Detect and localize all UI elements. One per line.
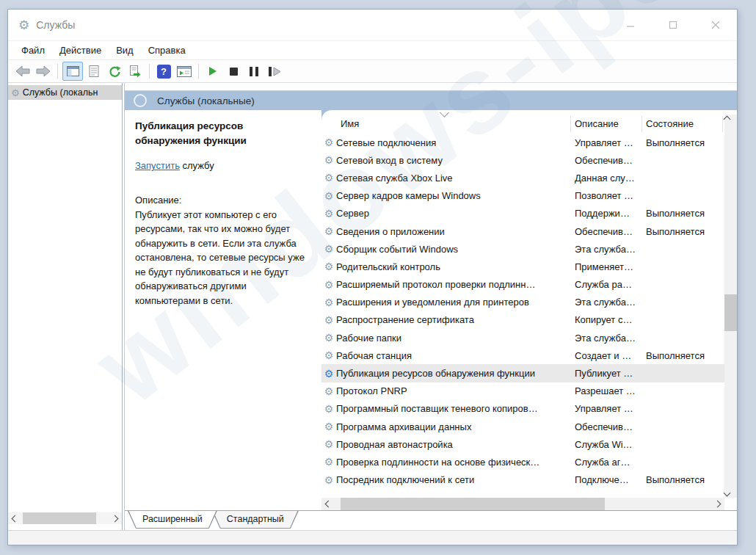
tree-item-services-local[interactable]: ⚙ Службы (локальн <box>8 85 122 100</box>
service-gear-icon: ⚙ <box>321 297 336 308</box>
table-row[interactable]: ⚙ Сервер кадров камеры Windows Позволяет… <box>321 187 724 205</box>
scrollbar-thumb[interactable] <box>23 512 96 524</box>
start-service-button[interactable] <box>203 62 222 80</box>
table-row[interactable]: ⚙ Расширяемый протокол проверки подлинн…… <box>321 276 724 294</box>
service-gear-icon: ⚙ <box>321 225 336 237</box>
start-service-link[interactable]: Запустить <box>135 160 180 171</box>
collapse-header-button[interactable] <box>433 110 455 117</box>
help-icon: ? <box>157 65 171 79</box>
service-rows: ⚙ Сетевые подключения Управляет … Выполн… <box>321 134 724 493</box>
service-gear-icon: ⚙ <box>321 403 336 415</box>
table-row[interactable]: ⚙ Рабочие папки Эта служба… <box>321 329 724 347</box>
table-row[interactable]: ⚙ Посредник подключений к сети Подключе…… <box>321 471 724 489</box>
toolbar-separator <box>198 64 199 79</box>
table-row[interactable]: ⚙ Расширения и уведомления для принтеров… <box>321 294 724 311</box>
column-header-name[interactable]: Имя <box>321 116 571 132</box>
restart-icon <box>269 67 281 76</box>
services-list-panel: Имя Описание Состояние ⚙ Сетевые подключ… <box>321 110 737 510</box>
scrollbar-thumb[interactable] <box>341 498 605 510</box>
stop-icon <box>230 68 238 76</box>
back-arrow-icon <box>15 65 30 77</box>
stop-service-button[interactable] <box>224 62 243 80</box>
titlebar[interactable]: ⚙ Службы <box>8 10 737 41</box>
table-row[interactable]: ⚙ Программа архивации данных Обеспечив… <box>321 418 724 435</box>
table-row[interactable]: ⚙ Распространение сертификата Копирует с… <box>321 311 724 329</box>
table-row[interactable]: ⚙ Сборщик событий Windows Эта служба… <box>321 240 724 258</box>
column-header-description[interactable]: Описание <box>571 116 642 132</box>
table-row[interactable]: ⚙ Родительский контроль Применяет… <box>321 258 724 275</box>
window-title: Службы <box>36 19 75 31</box>
vertical-scrollbar[interactable] <box>724 115 737 498</box>
main-area: ⚙ Службы (локальн Службы (локальные) <box>8 83 737 530</box>
service-gear-icon: ⚙ <box>321 261 336 272</box>
table-row[interactable]: ⚙ Сетевые подключения Управляет … Выполн… <box>321 134 724 151</box>
table-row[interactable]: ⚙ Сведения о приложении Обеспечив… Выпол… <box>321 222 724 240</box>
snapin-header: Службы (локальные) <box>125 90 737 110</box>
table-row[interactable]: ⚙ Публикация ресурсов обнаружения функци… <box>321 364 724 382</box>
maximize-button[interactable] <box>652 10 694 40</box>
scroll-left-arrow[interactable] <box>321 498 333 510</box>
maximize-icon <box>669 21 677 29</box>
start-icon <box>208 66 217 76</box>
console-tree-panel: ⚙ Службы (локальн <box>8 83 123 530</box>
console-tree-icon <box>67 66 79 76</box>
table-row[interactable]: ⚙ Сетевой вход в систему Обеспечив… <box>321 151 724 169</box>
forward-button[interactable] <box>34 62 53 80</box>
scroll-right-arrow[interactable] <box>110 512 122 524</box>
start-service-line: Запустить службу <box>135 160 310 171</box>
export-list-button[interactable] <box>126 62 145 80</box>
service-gear-icon: ⚙ <box>321 208 336 220</box>
table-row[interactable]: ⚙ Проводная автонастройка Служба Wi… <box>321 435 724 453</box>
table-row[interactable]: ⚙ Программный поставщик теневого копиров… <box>321 400 724 418</box>
table-row[interactable]: ⚙ Сервер Поддержи… Выполняется <box>321 205 724 222</box>
menu-item-view[interactable]: Вид <box>109 41 141 59</box>
table-row[interactable]: ⚙ Рабочая станция Создает и … Выполняетс… <box>321 347 724 364</box>
pause-icon <box>250 67 258 76</box>
service-gear-icon: ⚙ <box>321 385 336 397</box>
forward-arrow-icon <box>36 65 51 77</box>
service-gear-icon: ⚙ <box>321 279 336 291</box>
service-gear-icon: ⚙ <box>321 421 336 432</box>
description-body: Публикует этот компьютер с его ресурсами… <box>135 208 311 308</box>
table-row[interactable]: ⚙ Проверка подлинности на основе физичес… <box>321 453 724 471</box>
tab-extended[interactable]: Расширенный <box>128 511 217 529</box>
menubar: Файл Действие Вид Справка <box>8 41 737 60</box>
table-row[interactable]: ⚙ Помощник по подключению к сети Вывод у… <box>321 489 724 493</box>
restart-service-button[interactable] <box>265 62 284 80</box>
scroll-left-arrow[interactable] <box>8 512 20 524</box>
service-description: Описание: Публикует этот компьютер с его… <box>135 193 311 308</box>
close-button[interactable] <box>694 10 737 40</box>
service-gear-icon: ⚙ <box>321 172 336 184</box>
service-gear-icon: ⚙ <box>321 137 336 148</box>
scrollbar-thumb[interactable] <box>724 294 737 331</box>
menu-item-file[interactable]: Файл <box>14 41 52 59</box>
refresh-icon <box>109 65 121 78</box>
scroll-right-arrow[interactable] <box>713 498 724 510</box>
show-action-pane-button[interactable] <box>175 62 194 80</box>
tree-horizontal-scrollbar[interactable] <box>8 512 122 524</box>
service-gear-icon: ⚙ <box>321 332 336 344</box>
minimize-button[interactable] <box>609 10 652 40</box>
table-row[interactable]: ⚙ Протокол PNRP Разрешает … <box>321 382 724 400</box>
show-console-tree-button[interactable] <box>62 62 83 81</box>
tab-standard[interactable]: Стандартный <box>212 511 299 529</box>
column-header-status[interactable]: Состояние <box>642 116 723 132</box>
extended-description-pane: Публикация ресурсов обнаружения функции … <box>125 110 321 510</box>
scroll-down-arrow[interactable] <box>724 486 736 498</box>
help-button[interactable]: ? <box>154 62 173 80</box>
minimize-icon <box>626 21 635 29</box>
toolbar-separator <box>57 64 58 79</box>
pause-service-button[interactable] <box>244 62 263 80</box>
service-gear-icon: ⚙ <box>321 474 336 486</box>
services-window: ⚙ Службы Файл Действие Вид Справка <box>7 9 738 545</box>
menu-item-help[interactable]: Справка <box>141 41 193 59</box>
refresh-button[interactable] <box>105 62 124 80</box>
menu-item-action[interactable]: Действие <box>52 41 109 59</box>
scroll-up-arrow[interactable] <box>724 115 736 126</box>
list-header: Имя Описание Состояние <box>321 115 724 134</box>
table-row[interactable]: ⚙ Сетевая служба Xbox Live Данная слу… <box>321 169 724 186</box>
view-tabstrip: Расширенный Стандартный <box>125 510 737 530</box>
properties-button[interactable] <box>84 62 103 80</box>
back-button[interactable] <box>13 62 32 80</box>
horizontal-scrollbar[interactable] <box>321 498 724 510</box>
